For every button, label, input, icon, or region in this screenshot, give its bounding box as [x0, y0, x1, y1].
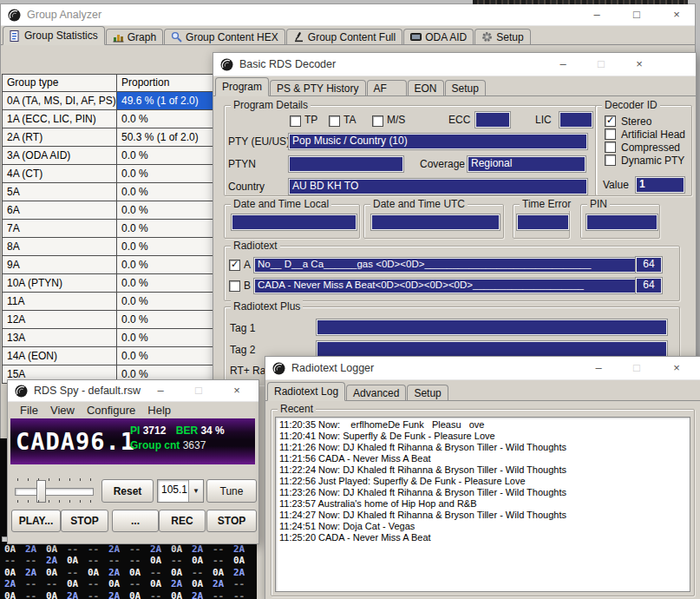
- checkbox[interactable]: [605, 128, 616, 140]
- tab-setup[interactable]: Setup: [474, 29, 530, 44]
- proportion-cell[interactable]: 0.0 %: [117, 201, 215, 220]
- tab-graph[interactable]: Graph: [106, 29, 163, 44]
- log-entry[interactable]: 11:23:26 Now: DJ Khaled ft Rihanna & Bry…: [279, 487, 690, 498]
- decoder-titlebar[interactable]: Basic RDS Decoder – □ ×: [213, 53, 696, 76]
- minimize-button[interactable]: –: [584, 358, 613, 378]
- table-row[interactable]: 14A (EON) 0.0 %: [3, 347, 217, 365]
- minimize-button[interactable]: –: [146, 380, 175, 401]
- tab-group-statistics[interactable]: Group Statistics: [3, 26, 105, 45]
- proportion-cell[interactable]: 0.0 %: [117, 147, 215, 165]
- group-type-cell[interactable]: 10A (PTYN): [3, 274, 117, 293]
- log-entry[interactable]: 11:24:51 Now: Doja Cat - Vegas: [279, 521, 690, 532]
- log-entry[interactable]: 11:20:41 Now: Superfly & De Funk - Pleas…: [279, 431, 690, 442]
- proportion-cell[interactable]: 0.0 %: [117, 311, 215, 329]
- table-row[interactable]: 10A (PTYN) 0.0 %: [3, 274, 217, 293]
- group-type-cell[interactable]: 9A: [3, 256, 117, 274]
- rds-spy-titlebar[interactable]: RDS Spy - default.rsw – □ ×: [8, 380, 258, 402]
- maximize-button[interactable]: □: [184, 380, 213, 401]
- lic-field[interactable]: [559, 112, 592, 128]
- group-type-cell[interactable]: 8A: [3, 238, 117, 256]
- menu-file[interactable]: File: [20, 404, 38, 417]
- proportion-cell[interactable]: 0.0 %: [117, 165, 215, 183]
- proportion-cell[interactable]: 49.6 % (1 of 2.0): [117, 92, 215, 110]
- pin-field[interactable]: [586, 214, 657, 230]
- tune-button[interactable]: Tune: [206, 479, 257, 503]
- log-entry[interactable]: 11:24:27 Now: DJ Khaled ft Rihanna & Bry…: [279, 510, 690, 521]
- tab-radiotext-log[interactable]: Radiotext Log: [267, 382, 345, 401]
- group-type-cell[interactable]: 5A: [3, 183, 117, 201]
- table-row[interactable]: 5A 0.0 %: [3, 183, 217, 201]
- checkbox[interactable]: [605, 155, 616, 166]
- minimize-button[interactable]: –: [548, 54, 578, 75]
- decoder-id-option[interactable]: Compressed: [605, 141, 690, 154]
- column-header-group-type[interactable]: Group type: [3, 75, 117, 92]
- log-entry[interactable]: 11:22:56 Just Played: Superfly & De Funk…: [279, 476, 690, 487]
- menu-configure[interactable]: Configure: [87, 404, 135, 417]
- column-header-proportion[interactable]: Proportion: [117, 75, 215, 92]
- decoder-id-value-field[interactable]: 1: [636, 177, 684, 193]
- proportion-cell[interactable]: 0.0 %: [117, 238, 215, 256]
- logger-titlebar[interactable]: Radiotext Logger – □ ×: [265, 357, 700, 380]
- proportion-cell[interactable]: 50.3 % (1 of 2.0): [117, 128, 215, 147]
- tab-setup[interactable]: Setup: [445, 80, 486, 95]
- tab-program[interactable]: Program: [215, 77, 269, 96]
- tab-oda-aid[interactable]: ODA AID: [403, 29, 474, 44]
- table-row[interactable]: 2A (RT) 50.3 % (1 of 2.0): [3, 128, 217, 147]
- radiotext-log-list[interactable]: 11:20:35 Now: erflhomeDe Funk Pleasu ove…: [275, 417, 690, 592]
- log-entry[interactable]: 11:22:24 Now: DJ Khaled ft Rihanna & Bry…: [279, 464, 690, 476]
- ms-checkbox[interactable]: [372, 115, 383, 127]
- table-row[interactable]: 12A 0.0 %: [3, 311, 217, 329]
- log-entry[interactable]: 11:21:56 CADA - Never Miss A Beat: [279, 453, 690, 464]
- volume-slider[interactable]: [13, 477, 95, 504]
- frequency-combo[interactable]: 105.1 ▼: [157, 479, 204, 503]
- close-button[interactable]: ×: [625, 54, 654, 75]
- group-type-cell[interactable]: 2A (RT): [3, 128, 117, 147]
- table-row[interactable]: 0A (TA, MS, DI, AF, PS) 49.6 % (1 of 2.0…: [3, 92, 217, 110]
- table-row[interactable]: 3A (ODA AID) 0.0 %: [3, 147, 217, 165]
- reset-button[interactable]: Reset: [101, 479, 154, 503]
- group-type-cell[interactable]: 0A (TA, MS, DI, AF, PS): [3, 92, 117, 110]
- group-type-cell[interactable]: 11A: [3, 293, 117, 311]
- ecc-field[interactable]: [475, 112, 510, 128]
- proportion-cell[interactable]: 0.0 %: [117, 274, 215, 293]
- pty-field[interactable]: Pop Music / Country (10): [289, 134, 587, 149]
- browse-button[interactable]: ...: [112, 510, 159, 532]
- table-row[interactable]: 13A 0.0 %: [3, 329, 217, 347]
- proportion-cell[interactable]: 0.0 %: [117, 183, 215, 201]
- table-row[interactable]: 4A (CT) 0.0 %: [3, 165, 217, 183]
- menu-help[interactable]: Help: [147, 404, 171, 417]
- decoder-id-option[interactable]: Dynamic PTY: [605, 154, 690, 167]
- proportion-cell[interactable]: 0.0 %: [117, 347, 215, 365]
- group-type-cell[interactable]: 1A (ECC, LIC, PIN): [3, 110, 117, 128]
- play-button[interactable]: PLAY...: [11, 510, 61, 532]
- tab-af[interactable]: AF: [367, 80, 407, 95]
- proportion-cell[interactable]: 0.0 %: [117, 256, 215, 274]
- decoder-id-option[interactable]: Artificial Head: [605, 128, 690, 141]
- proportion-cell[interactable]: 0.0 %: [117, 110, 215, 128]
- datetime-local-field[interactable]: [232, 214, 357, 230]
- maximize-button[interactable]: □: [586, 54, 616, 75]
- proportion-cell[interactable]: 0.0 %: [117, 329, 215, 347]
- frequency-value[interactable]: 105.1: [158, 480, 188, 502]
- group-type-cell[interactable]: 3A (ODA AID): [3, 147, 117, 165]
- tab-group-content-hex[interactable]: Group Content HEX: [164, 29, 285, 44]
- close-button[interactable]: ×: [662, 358, 691, 378]
- proportion-cell[interactable]: 0.0 %: [117, 220, 215, 238]
- group-type-cell[interactable]: 12A: [3, 311, 117, 329]
- proportion-cell[interactable]: 0.0 %: [117, 293, 215, 311]
- tag2-field[interactable]: [317, 341, 667, 357]
- minimize-button[interactable]: –: [582, 4, 612, 25]
- tab-advanced[interactable]: Advanced: [346, 385, 406, 400]
- slider-track[interactable]: [15, 488, 94, 496]
- dropdown-button[interactable]: ▼: [188, 480, 203, 502]
- table-row[interactable]: 8A 0.0 %: [3, 238, 217, 256]
- table-row[interactable]: 6A 0.0 %: [3, 201, 217, 220]
- country-field[interactable]: AU BD KH TO: [289, 179, 587, 194]
- table-row[interactable]: 1A (ECC, LIC, PIN) 0.0 %: [3, 110, 217, 128]
- group-type-cell[interactable]: 14A (EON): [3, 347, 117, 365]
- time-error-field[interactable]: [517, 214, 569, 230]
- group-type-cell[interactable]: 7A: [3, 220, 117, 238]
- group-type-cell[interactable]: 6A: [3, 201, 117, 220]
- tab-group-content-full[interactable]: Group Content Full: [286, 29, 402, 44]
- stop-play-button[interactable]: STOP: [61, 510, 108, 532]
